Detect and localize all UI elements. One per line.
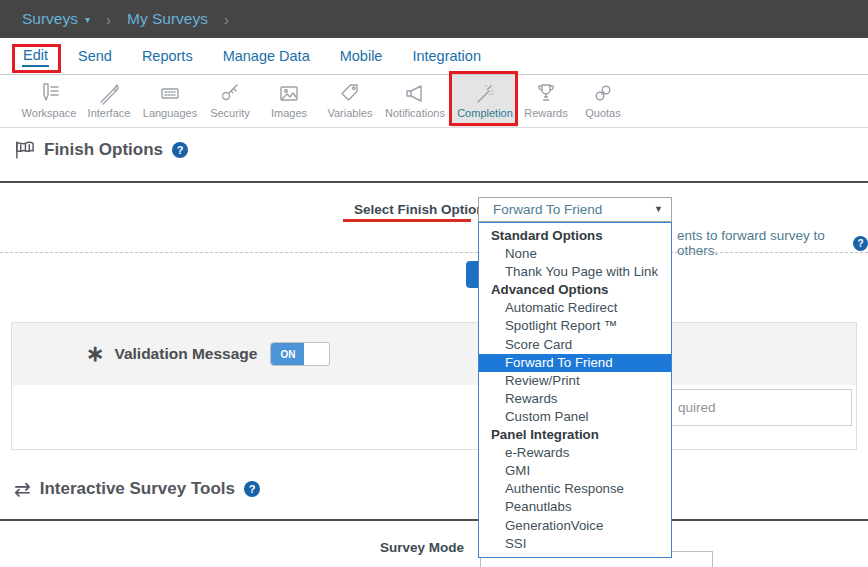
dropdown-option[interactable]: Review/Print xyxy=(479,372,671,390)
dropdown-group-header: Panel Integration xyxy=(479,426,671,444)
dropdown-group-header: Advanced Options xyxy=(479,281,671,299)
finish-options-header: Finish Options ? xyxy=(14,140,188,160)
interactive-arrows-icon: ⇄ xyxy=(14,479,31,499)
interactive-tools-header: ⇄ Interactive Survey Tools ? xyxy=(14,479,260,499)
select-caret-icon: ▼ xyxy=(654,204,663,214)
validation-message-title: Validation Message xyxy=(114,345,257,363)
tab-edit[interactable]: Edit xyxy=(22,45,49,67)
toolbar-item-label: Images xyxy=(271,107,307,119)
toolbar-item-interface[interactable]: Interface xyxy=(82,75,136,127)
tab-send[interactable]: Send xyxy=(77,46,113,66)
pencil-lines-icon xyxy=(37,80,61,106)
toolbar-item-label: Notifications xyxy=(385,107,445,119)
dropdown-option[interactable]: Score Card xyxy=(479,336,671,354)
megaphone-icon xyxy=(403,80,427,106)
toolbar-item-label: Interface xyxy=(88,107,131,119)
message-text-value: quired xyxy=(678,400,716,415)
dropdown-option[interactable]: Rewards xyxy=(479,390,671,408)
breadcrumb-separator-icon: › xyxy=(106,11,111,28)
surveys-menu-label: Surveys xyxy=(22,10,78,28)
dropdown-option[interactable]: GMI xyxy=(479,462,671,480)
pen-icon xyxy=(97,80,121,106)
label-red-underline-annotation xyxy=(343,219,471,222)
dropdown-option[interactable]: Peanutlabs xyxy=(479,498,671,516)
toolbar-item-security[interactable]: Security xyxy=(204,75,256,127)
surveys-menu[interactable]: Surveys ▾ xyxy=(22,10,90,28)
dropdown-option[interactable]: Automatic Redirect xyxy=(479,299,671,317)
tab-integration[interactable]: Integration xyxy=(411,46,482,66)
description-text-fragment: ents to forward survey to others. xyxy=(677,228,847,258)
magic-wand-icon xyxy=(473,80,497,106)
key-icon xyxy=(218,80,242,106)
toggle-on-label: ON xyxy=(271,343,304,365)
breadcrumb-separator-icon: › xyxy=(224,11,229,28)
help-icon[interactable]: ? xyxy=(244,481,260,497)
toolbar-item-label: Rewards xyxy=(524,107,567,119)
picture-icon xyxy=(277,80,301,106)
validation-message-toggle[interactable]: ON xyxy=(270,342,330,366)
toolbar-item-label: Languages xyxy=(143,107,197,119)
chain-links-icon xyxy=(591,80,615,106)
toolbar-item-quotas[interactable]: Quotas xyxy=(574,75,632,127)
toolbar-item-notifications[interactable]: Notifications xyxy=(378,75,452,127)
dropdown-option[interactable]: None xyxy=(479,245,671,263)
dropdown-option[interactable]: e-Rewards xyxy=(479,444,671,462)
validation-message-header: ∗ Validation Message ON xyxy=(12,323,856,385)
trophy-icon xyxy=(534,80,558,106)
tag-icon xyxy=(338,80,362,106)
section-divider xyxy=(0,519,868,521)
interactive-tools-title: Interactive Survey Tools xyxy=(40,479,235,499)
toolbar-item-rewards[interactable]: Rewards xyxy=(518,75,574,127)
dropdown-option[interactable]: GenerationVoice xyxy=(479,517,671,535)
finish-options-title: Finish Options xyxy=(44,140,163,160)
tab-mobile[interactable]: Mobile xyxy=(339,46,384,66)
survey-mode-label: Survey Mode xyxy=(376,540,464,555)
finish-option-select[interactable]: Forward To Friend ▼ xyxy=(478,197,672,222)
toolbar-item-label: Quotas xyxy=(585,107,620,119)
dashed-divider xyxy=(0,252,868,253)
help-icon[interactable]: ? xyxy=(172,142,188,158)
chevron-down-icon: ▾ xyxy=(85,14,90,25)
asterisk-icon: ∗ xyxy=(86,347,104,360)
dropdown-option[interactable]: Spotlight Report ™ xyxy=(479,317,671,335)
toolbar-item-images[interactable]: Images xyxy=(256,75,322,127)
tab-reports[interactable]: Reports xyxy=(141,46,194,66)
toolbar-item-variables[interactable]: Variables xyxy=(322,75,378,127)
toolbar-item-languages[interactable]: Languages xyxy=(136,75,204,127)
toolbar-item-label: Completion xyxy=(457,107,513,119)
toolbar-item-label: Workspace xyxy=(22,107,77,119)
edit-icon-toolbar: Workspace Interface Languages Security I… xyxy=(0,75,868,128)
breadcrumb-my-surveys[interactable]: My Surveys xyxy=(127,10,208,28)
section-divider xyxy=(0,181,868,183)
top-navbar: Surveys ▾ › My Surveys › xyxy=(0,0,868,38)
finish-option-description: ents to forward survey to others. ? xyxy=(677,228,868,258)
dropdown-option[interactable]: Authentic Response xyxy=(479,480,671,498)
dropdown-option[interactable]: Thank You Page with Link xyxy=(479,263,671,281)
keyboard-icon xyxy=(158,80,182,106)
finish-flag-icon xyxy=(14,140,35,160)
tab-manage-data[interactable]: Manage Data xyxy=(222,46,311,66)
toolbar-item-workspace[interactable]: Workspace xyxy=(16,75,82,127)
help-icon[interactable]: ? xyxy=(853,236,868,251)
dropdown-option-selected[interactable]: Forward To Friend xyxy=(479,354,671,372)
toolbar-item-completion[interactable]: Completion xyxy=(452,75,518,127)
finish-option-dropdown-list: Standard Options None Thank You Page wit… xyxy=(478,222,672,558)
dropdown-option[interactable]: SSI xyxy=(479,535,671,553)
toolbar-item-label: Variables xyxy=(327,107,372,119)
validation-message-card: ∗ Validation Message ON xyxy=(11,322,857,450)
main-tabbar: Edit Send Reports Manage Data Mobile Int… xyxy=(0,38,868,75)
finish-option-selected-value: Forward To Friend xyxy=(493,202,602,217)
dropdown-option[interactable]: Custom Panel xyxy=(479,408,671,426)
dropdown-group-header: Standard Options xyxy=(479,227,671,245)
select-finish-option-label: Select Finish Option xyxy=(354,202,485,217)
toolbar-item-label: Security xyxy=(210,107,250,119)
